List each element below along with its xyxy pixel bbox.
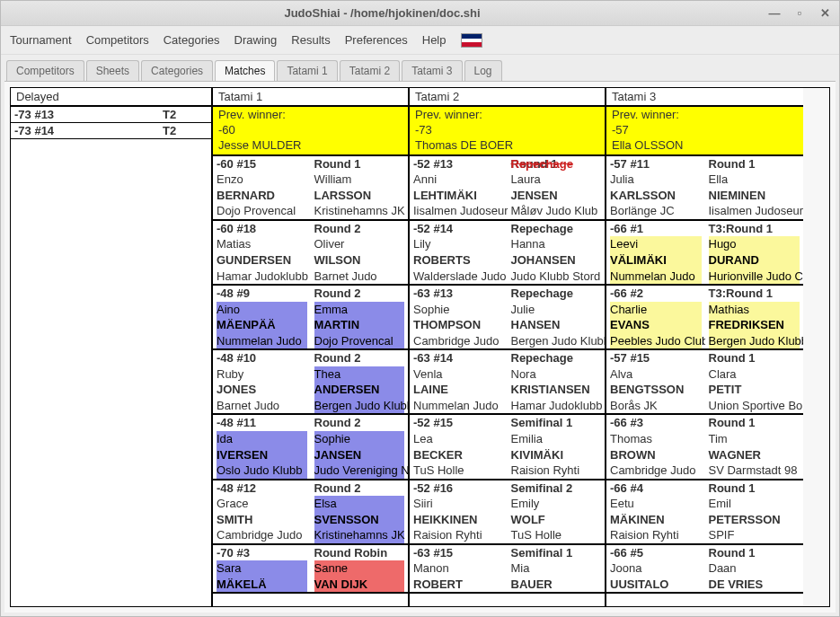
hdr-tatami1: Tatami 1: [213, 88, 408, 107]
match-row[interactable]: -63 #13SophieTHOMPSONCambridge JudoRepec…: [410, 286, 605, 350]
menubar: Tournament Competitors Categories Drawin…: [1, 26, 839, 55]
matches-t3: -57 #11JuliaKARLSSONBorlänge JCRound 1El…: [606, 156, 803, 606]
match-blue: Round 1EmilPETERSSONSPIF: [705, 480, 804, 543]
match-blue: Round 1EllaNIEMINENIisalmen Judoseur: [705, 156, 804, 219]
match-blue: Semifinal 1EmiliaKIVIMÄKIRaision Ryhti: [508, 415, 606, 478]
tab-categories[interactable]: Categories: [141, 60, 213, 81]
content-area: Delayed -73 #13 T2 -73 #14 T2 Tatami 1 P…: [4, 81, 836, 613]
match-white: -57 #11JuliaKARLSSONBorlänge JC: [606, 156, 705, 219]
app-window: JudoShiai - /home/hjokinen/doc.shi — ▫ ✕…: [0, 0, 840, 617]
match-row[interactable]: -52 #13AnniLEHTIMÄKIIisalmen JudoseurRep…: [410, 156, 605, 221]
match-row[interactable]: -66 #2CharlieEVANSPeebles Judo ClubT3:Ro…: [606, 286, 803, 350]
language-flag-icon[interactable]: [461, 33, 482, 48]
menu-categories[interactable]: Categories: [164, 33, 220, 47]
menu-competitors[interactable]: Competitors: [86, 33, 149, 47]
tab-competitors[interactable]: Competitors: [6, 60, 84, 81]
match-white: -60 #15EnzoBERNARDDojo Provencal: [213, 156, 311, 219]
tabstrip: Competitors Sheets Categories Matches Ta…: [1, 55, 839, 81]
prev-cat: -60: [218, 123, 402, 138]
delayed-tatami: T2: [163, 108, 208, 121]
tab-matches[interactable]: Matches: [215, 60, 275, 81]
delayed-cat: -73 #13: [14, 108, 163, 121]
minimize-button[interactable]: —: [767, 6, 782, 21]
match-row[interactable]: -48 #11IdaIVERSENOslo Judo KlubbRound 2S…: [213, 415, 408, 480]
titlebar: JudoShiai - /home/hjokinen/doc.shi — ▫ ✕: [1, 1, 839, 26]
match-row[interactable]: -52 #14LilyROBERTSWalderslade JudoRepech…: [410, 221, 605, 286]
match-white: -48 #9AinoMÄENPÄÄNummelan Judo: [213, 286, 311, 348]
col-tatami2: Tatami 2 Prev. winner: -73 Thomas DE BOE…: [410, 88, 606, 606]
prev-label: Prev. winner:: [218, 108, 402, 123]
match-row[interactable]: -70 #3SaraMÄKELÄRound RobinSanneVAN DIJK: [213, 545, 408, 595]
tab-tatami2[interactable]: Tatami 2: [340, 60, 400, 81]
tab-tatami1[interactable]: Tatami 1: [277, 60, 337, 81]
prev-label: Prev. winner:: [415, 108, 599, 123]
match-white: -66 #3ThomasBROWNCambridge Judo: [606, 415, 705, 478]
match-white: -48 #10RubyJONESBarnet Judo: [213, 350, 311, 413]
match-blue: RepechageJulieHANSENBergen Judo Klubb: [508, 286, 606, 348]
match-white: -63 #14VenlaLAINENummelan Judo: [410, 350, 508, 413]
prev-name: Ella OLSSON: [612, 138, 798, 154]
match-row[interactable]: -57 #11JuliaKARLSSONBorlänge JCRound 1El…: [606, 156, 803, 221]
match-white: -66 #2CharlieEVANSPeebles Judo Club: [606, 286, 705, 348]
tab-sheets[interactable]: Sheets: [86, 60, 139, 81]
match-row[interactable]: -60 #15EnzoBERNARDDojo ProvencalRound 1W…: [213, 156, 408, 221]
close-button[interactable]: ✕: [818, 6, 832, 21]
match-white: -52 #13AnniLEHTIMÄKIIisalmen Judoseur: [410, 156, 508, 219]
match-row[interactable]: -60 #18MatiasGUNDERSENHamar JudoklubbRou…: [213, 221, 408, 286]
menu-tournament[interactable]: Tournament: [10, 33, 72, 47]
match-white: -52 #16SiiriHEIKKINENRaision Ryhti: [410, 480, 508, 543]
match-white: -63 #13SophieTHOMPSONCambridge Judo: [410, 286, 508, 348]
tab-tatami3[interactable]: Tatami 3: [402, 60, 462, 81]
hdr-delayed: Delayed: [11, 88, 211, 107]
match-white: -66 #5JoonaUUSITALO: [606, 545, 705, 593]
match-white: -57 #15AlvaBENGTSSONBorås JK: [606, 350, 705, 413]
tab-log[interactable]: Log: [464, 60, 502, 81]
match-blue: RepechageHannaJOHANSENJudo Klubb Stord: [508, 221, 606, 284]
match-white: -52 #14LilyROBERTSWalderslade Judo: [410, 221, 508, 284]
menu-drawing[interactable]: Drawing: [234, 33, 278, 47]
match-white: -66 #1LeeviVÄLIMÄKINummelan Judo: [606, 221, 705, 284]
match-blue: T3:Round 1MathiasFREDRIKSENBergen Judo K…: [705, 286, 804, 348]
match-row[interactable]: -66 #4EetuMÄKINENRaision RyhtiRound 1Emi…: [606, 480, 803, 545]
col-tatami3: Tatami 3 Prev. winner: -57 Ella OLSSON -…: [606, 88, 803, 606]
match-blue: Round 2TheaANDERSENBergen Judo Klubb: [311, 350, 409, 413]
match-blue: Round 2EmmaMARTINDojo Provencal: [311, 286, 409, 348]
match-white: -60 #18MatiasGUNDERSENHamar Judoklubb: [213, 221, 311, 284]
match-white: -52 #15LeaBECKERTuS Holle: [410, 415, 508, 478]
delayed-row[interactable]: -73 #14 T2: [11, 123, 211, 139]
menu-results[interactable]: Results: [291, 33, 330, 47]
match-blue: Round 1DaanDE VRIES: [705, 545, 804, 593]
match-row[interactable]: -63 #14VenlaLAINENummelan JudoRepechageN…: [410, 350, 605, 415]
menu-help[interactable]: Help: [422, 33, 447, 47]
col-tatami1: Tatami 1 Prev. winner: -60 Jesse MULDER …: [213, 88, 410, 606]
match-row[interactable]: -52 #15LeaBECKERTuS HolleSemifinal 1Emil…: [410, 415, 605, 480]
match-white: -63 #15ManonROBERT: [410, 545, 508, 593]
match-blue: Semifinal 2EmilyWOLFTuS Holle: [508, 480, 606, 543]
prev-name: Jesse MULDER: [218, 138, 402, 154]
maximize-button[interactable]: ▫: [792, 6, 807, 21]
match-row[interactable]: -48 #12GraceSMITHCambridge JudoRound 2El…: [213, 480, 408, 545]
match-row[interactable]: -48 #9AinoMÄENPÄÄNummelan JudoRound 2Emm…: [213, 286, 408, 350]
match-white: -48 #11IdaIVERSENOslo Judo Klubb: [213, 415, 311, 478]
match-blue: Round RobinSanneVAN DIJK: [311, 545, 409, 593]
match-white: -48 #12GraceSMITHCambridge Judo: [213, 480, 311, 543]
delayed-cat: -73 #14: [14, 124, 163, 137]
match-row[interactable]: -66 #5JoonaUUSITALORound 1DaanDE VRIES: [606, 545, 803, 595]
col-delayed: Delayed -73 #13 T2 -73 #14 T2: [11, 88, 213, 606]
match-blue: Round 2SophieJANSENJudo Vereniging N: [311, 415, 409, 478]
match-row[interactable]: -66 #3ThomasBROWNCambridge JudoRound 1Ti…: [606, 415, 803, 480]
match-blue: RepechageNoraKRISTIANSENHamar Judoklubb: [508, 350, 606, 413]
match-row[interactable]: -63 #15ManonROBERTSemifinal 1MiaBAUER: [410, 545, 605, 595]
match-grid: Delayed -73 #13 T2 -73 #14 T2 Tatami 1 P…: [10, 87, 830, 607]
match-blue: T3:Round 1HugoDURANDHurionville Judo C: [705, 221, 804, 284]
prev-label: Prev. winner:: [612, 108, 798, 123]
match-row[interactable]: -48 #10RubyJONESBarnet JudoRound 2TheaAN…: [213, 350, 408, 415]
matches-t1: -60 #15EnzoBERNARDDojo ProvencalRound 1W…: [213, 156, 408, 606]
hdr-tatami2: Tatami 2: [410, 88, 605, 107]
match-row[interactable]: -52 #16SiiriHEIKKINENRaision RyhtiSemifi…: [410, 480, 605, 545]
delayed-row[interactable]: -73 #13 T2: [11, 107, 211, 123]
delayed-tatami: T2: [163, 124, 208, 137]
menu-preferences[interactable]: Preferences: [345, 33, 408, 47]
match-row[interactable]: -66 #1LeeviVÄLIMÄKINummelan JudoT3:Round…: [606, 221, 803, 286]
match-row[interactable]: -57 #15AlvaBENGTSSONBorås JKRound 1Clara…: [606, 350, 803, 415]
